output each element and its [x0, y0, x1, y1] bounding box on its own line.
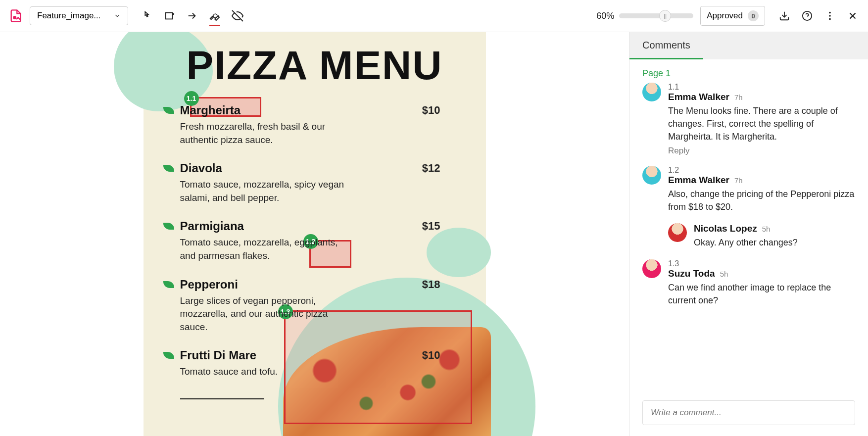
item-desc: Tomato sauce, mozzarella, eggplants, and… — [180, 236, 346, 262]
comment-num: 1.2 — [668, 166, 855, 175]
leaf-icon — [163, 223, 174, 230]
menu-item: Pepperoni $18 Large slices of vegan pepp… — [180, 278, 449, 334]
item-name: Pepperoni — [180, 278, 238, 291]
comment-author: Nicolas Lopez — [694, 223, 757, 234]
rectangle-tool[interactable] — [163, 9, 176, 22]
comment-reply[interactable]: Nicolas Lopez 5h Okay. Any other changes… — [668, 223, 855, 249]
item-name: Diavola — [180, 161, 222, 175]
item-price: $10 — [422, 104, 449, 117]
zoom-slider[interactable]: || — [619, 13, 693, 18]
file-name: Feature_image... — [37, 11, 101, 21]
comment-text: Okay. Any other changes? — [694, 236, 798, 249]
comment-time: 7h — [734, 93, 743, 101]
arrow-tool[interactable] — [186, 9, 198, 22]
avatar — [642, 166, 661, 185]
svg-point-10 — [829, 15, 831, 17]
item-desc: Fresh mozzarella, fresh basil & our auth… — [180, 120, 346, 146]
comment-author: Emma Walker — [668, 175, 729, 186]
menu-item: Parmigiana $15 Tomato sauce, mozzarella,… — [180, 219, 449, 262]
tool-group — [140, 9, 244, 22]
comment-thread[interactable]: 1.2 Emma Walker 7h Also, change the pric… — [642, 166, 855, 213]
comment-time: 5h — [720, 270, 728, 278]
item-name: Parmigiana — [180, 219, 244, 233]
svg-rect-1 — [165, 13, 172, 19]
item-price: $15 — [422, 220, 449, 233]
download-icon[interactable] — [778, 9, 791, 22]
leaf-icon — [163, 165, 174, 172]
svg-point-0 — [13, 16, 16, 19]
page-label: Page 1 — [642, 68, 855, 79]
comment-thread[interactable]: 1.3 Suzu Toda 5h Can we find another ima… — [642, 259, 855, 307]
chevron-down-icon — [114, 12, 121, 19]
item-price: $18 — [422, 278, 449, 291]
divider — [180, 398, 264, 399]
comment-author: Suzu Toda — [668, 268, 715, 279]
comment-text: Also, change the pricing of the Pepperon… — [668, 188, 855, 213]
avatar — [642, 83, 661, 101]
approved-label: Approved — [707, 11, 743, 21]
tab-bar: Comments — [629, 32, 868, 59]
item-desc: Tomato sauce and tofu. — [180, 365, 346, 379]
document-page: PIZZA MENU Margheirta $10 Fresh mozzarel… — [144, 32, 486, 436]
avatar — [668, 223, 687, 242]
hide-tool[interactable] — [231, 9, 244, 22]
zoom-control: 60% || — [596, 11, 693, 21]
comments-panel: Comments Page 1 1.1 Emma Walker 7h The M… — [629, 32, 868, 436]
comment-num: 1.3 — [668, 259, 855, 268]
toolbar: Feature_image... 60% || Approved 0 — [0, 0, 868, 32]
close-icon[interactable] — [846, 9, 859, 22]
tab-comments[interactable]: Comments — [629, 32, 703, 59]
menu-item: Frutti Di Mare $10 Tomato sauce and tofu… — [180, 348, 449, 379]
item-name: Margheirta — [180, 103, 241, 117]
slider-thumb[interactable]: || — [659, 10, 671, 22]
item-price: $12 — [422, 162, 449, 175]
item-price: $10 — [422, 349, 449, 362]
item-name: Frutti Di Mare — [180, 348, 257, 362]
pointer-tool[interactable] — [140, 9, 153, 22]
leaf-icon — [163, 281, 174, 288]
comment-thread[interactable]: 1.1 Emma Walker 7h The Menu looks fine. … — [642, 83, 855, 156]
approved-button[interactable]: Approved 0 — [700, 6, 765, 26]
reply-button[interactable]: Reply — [668, 146, 855, 156]
comment-num: 1.1 — [668, 83, 855, 92]
item-desc: Large slices of vegan pepperoni, mozzare… — [180, 294, 346, 334]
leaf-icon — [163, 352, 174, 359]
avatar — [642, 259, 661, 278]
item-desc: Tomato sauce, mozzarella, spicy vegan sa… — [180, 178, 346, 204]
comment-input[interactable] — [651, 408, 847, 418]
comment-author: Emma Walker — [668, 92, 729, 102]
highlighter-tool[interactable] — [208, 9, 221, 22]
help-icon[interactable] — [801, 9, 814, 22]
canvas[interactable]: PIZZA MENU Margheirta $10 Fresh mozzarel… — [0, 32, 629, 436]
menu-item: Margheirta $10 Fresh mozzarella, fresh b… — [180, 103, 449, 146]
file-selector[interactable]: Feature_image... — [30, 6, 128, 25]
menu-title: PIZZA MENU — [144, 32, 486, 89]
svg-point-11 — [829, 18, 831, 20]
svg-point-9 — [829, 12, 831, 14]
comment-time: 5h — [762, 225, 771, 233]
approved-count: 0 — [748, 10, 759, 21]
comment-input-wrapper — [642, 400, 855, 425]
menu-item: Diavola $12 Tomato sauce, mozzarella, sp… — [180, 161, 449, 204]
zoom-percent: 60% — [596, 11, 614, 21]
comment-text: Can we find another image to replace the… — [668, 281, 855, 307]
more-icon[interactable] — [823, 9, 836, 22]
comment-text: The Menu looks fine. There are a couple … — [668, 104, 855, 143]
leaf-icon — [163, 107, 174, 114]
brand-icon — [9, 9, 23, 23]
comment-time: 7h — [734, 176, 743, 185]
